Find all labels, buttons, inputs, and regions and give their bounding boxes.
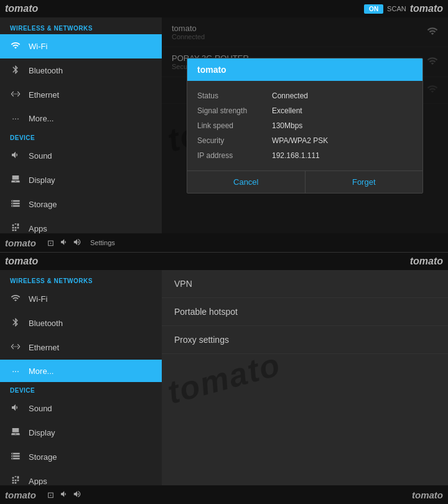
scan-button[interactable]: SCAN	[387, 5, 406, 12]
top-bar-bottom: tomato tomato	[0, 253, 448, 270]
volume-low-icon-top[interactable]	[59, 238, 68, 248]
ethernet-label-bottom: Ethernet	[29, 343, 59, 352]
volume-low-icon-bottom[interactable]	[59, 490, 68, 500]
window-icon-top[interactable]: ⊡	[47, 238, 54, 248]
section-device-top: DEVICE	[0, 129, 162, 144]
cancel-button[interactable]: Cancel	[187, 171, 305, 193]
sidebar-item-storage-top[interactable]: Storage	[0, 192, 162, 217]
window-icon-bottom[interactable]: ⊡	[47, 490, 54, 500]
dialog-label-security: Security	[197, 136, 272, 145]
sidebar-item-apps-bottom[interactable]: Apps	[0, 469, 162, 485]
display-label-top: Display	[29, 175, 55, 185]
sidebar-item-display-bottom[interactable]: Display	[0, 421, 162, 445]
dialog-label-signal: Signal strength	[197, 106, 272, 115]
more-icon-bottom: ···	[10, 366, 21, 376]
dialog-value-speed: 130Mbps	[272, 121, 302, 130]
volume-high-icon-bottom[interactable]	[73, 490, 82, 500]
logo-right: tomato	[410, 3, 443, 14]
dialog-title: tomato	[187, 58, 422, 81]
storage-icon-bottom	[10, 451, 21, 463]
dialog-label-ip: IP address	[197, 151, 272, 160]
sidebar-item-ethernet-bottom[interactable]: Ethernet	[0, 335, 162, 360]
wifi-label-bottom: Wi-Fi	[29, 294, 47, 304]
settings-label-top: Settings	[90, 239, 115, 246]
top-bar: tomato ON SCAN tomato	[0, 0, 448, 17]
bottom-logo-bottom-left: tomato	[5, 490, 36, 500]
section-wireless-top: WIRELESS & NETWORKS	[0, 20, 162, 34]
forget-button[interactable]: Forget	[305, 171, 423, 193]
top-bar-right: ON SCAN tomato	[364, 3, 443, 14]
dialog-row-signal: Signal strength Excellent	[197, 103, 413, 118]
ethernet-label-top: Ethernet	[29, 90, 59, 100]
sound-label-top: Sound	[29, 151, 52, 161]
top-panel: tomato ON SCAN tomato WIRELESS & NETWORK…	[0, 0, 448, 252]
sidebar-item-storage-bottom[interactable]: Storage	[0, 445, 162, 469]
volume-high-icon-top[interactable]	[73, 238, 82, 248]
sidebar-item-more-top[interactable]: ··· More...	[0, 107, 162, 129]
hotspot-item[interactable]: Portable hotspot	[162, 298, 448, 326]
more-panel: VPN Portable hotspot Proxy settings	[162, 270, 448, 485]
wifi-icon-bottom	[10, 293, 21, 305]
bluetooth-label-bottom: Bluetooth	[29, 319, 63, 328]
bottom-icons-bottom: ⊡	[47, 490, 82, 500]
ethernet-icon-bottom	[10, 342, 21, 353]
logo-bottom-right: tomato	[410, 256, 443, 267]
dialog-row-security: Security WPA/WPA2 PSK	[197, 133, 413, 148]
bluetooth-icon-top	[10, 65, 21, 77]
dialog-row-status: Status Connected	[197, 88, 413, 103]
dialog-actions: Cancel Forget	[187, 170, 422, 193]
wifi-dialog: tomato Status Connected Signal strength …	[187, 58, 423, 194]
sound-icon-bottom	[10, 403, 21, 414]
display-icon-top	[10, 174, 21, 186]
sidebar-item-bluetooth-top[interactable]: Bluetooth	[0, 58, 162, 83]
logo-bottom-left: tomato	[5, 256, 38, 267]
dialog-value-ip: 192.168.1.111	[272, 151, 320, 160]
sidebar-item-sound-top[interactable]: Sound	[0, 144, 162, 168]
dialog-body: Status Connected Signal strength Excelle…	[187, 81, 422, 170]
more-label-bottom: More...	[29, 366, 54, 376]
apps-label-top: Apps	[29, 224, 47, 233]
sidebar-item-wifi-bottom[interactable]: Wi-Fi	[0, 287, 162, 311]
sidebar-item-apps-top[interactable]: Apps	[0, 217, 162, 233]
apps-label-bottom: Apps	[29, 477, 47, 485]
content-area-top: tomato Connected PORAY 3G ROUTER Secured…	[162, 17, 448, 233]
storage-label-top: Storage	[29, 200, 57, 209]
sidebar-top: WIRELESS & NETWORKS Wi-Fi Bluetooth Ethe…	[0, 17, 162, 233]
bluetooth-label-top: Bluetooth	[29, 66, 63, 75]
bottom-bar-top: tomato ⊡ Settings	[0, 233, 448, 252]
bottom-panel: tomato tomato WIRELESS & NETWORKS Wi-Fi …	[0, 252, 448, 504]
more-label-top: More...	[29, 114, 54, 123]
vpn-item[interactable]: VPN	[162, 270, 448, 298]
main-layout-top: WIRELESS & NETWORKS Wi-Fi Bluetooth Ethe…	[0, 17, 448, 233]
wifi-toggle[interactable]: ON	[364, 4, 383, 14]
sidebar-bottom: WIRELESS & NETWORKS Wi-Fi Bluetooth Ethe…	[0, 270, 162, 485]
dialog-label-status: Status	[197, 91, 272, 100]
sound-label-bottom: Sound	[29, 404, 52, 413]
dialog-value-security: WPA/WPA2 PSK	[272, 136, 328, 145]
more-icon-top: ···	[10, 113, 21, 123]
storage-label-bottom: Storage	[29, 452, 57, 462]
apps-icon-top	[10, 223, 21, 233]
section-wireless-bottom: WIRELESS & NETWORKS	[0, 273, 162, 287]
dialog-label-speed: Link speed	[197, 121, 272, 130]
sidebar-item-sound-bottom[interactable]: Sound	[0, 396, 162, 421]
sidebar-item-display-top[interactable]: Display	[0, 168, 162, 192]
dialog-overlay: tomato Status Connected Signal strength …	[162, 17, 448, 233]
bottom-icons-top: ⊡	[47, 238, 82, 248]
sidebar-item-wifi-top[interactable]: Wi-Fi	[0, 34, 162, 58]
proxy-item[interactable]: Proxy settings	[162, 326, 448, 354]
sidebar-item-ethernet-top[interactable]: Ethernet	[0, 83, 162, 107]
main-layout-bottom: WIRELESS & NETWORKS Wi-Fi Bluetooth Ethe…	[0, 270, 448, 485]
display-label-bottom: Display	[29, 428, 55, 437]
apps-icon-bottom	[10, 475, 21, 485]
sound-icon-top	[10, 150, 21, 162]
wifi-icon	[10, 40, 21, 52]
ethernet-icon-top	[10, 89, 21, 101]
dialog-value-status: Connected	[272, 91, 308, 100]
bottom-logo-top: tomato	[5, 238, 36, 248]
wifi-label-top: Wi-Fi	[29, 42, 47, 51]
dialog-value-signal: Excellent	[272, 106, 302, 115]
sidebar-item-more-bottom[interactable]: ··· More...	[0, 360, 162, 382]
sidebar-item-bluetooth-bottom[interactable]: Bluetooth	[0, 311, 162, 335]
dialog-row-speed: Link speed 130Mbps	[197, 118, 413, 133]
